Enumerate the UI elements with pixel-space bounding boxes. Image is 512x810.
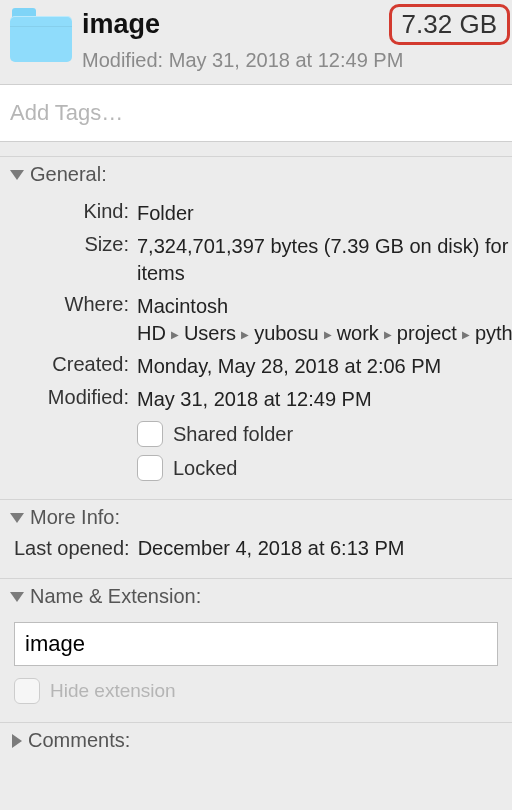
path-separator-icon: ▶ — [319, 329, 337, 340]
modified-value: May 31, 2018 at 12:49 PM — [137, 386, 512, 413]
hide-extension-checkbox — [14, 678, 40, 704]
kind-label: Kind: — [14, 200, 129, 227]
created-label: Created: — [14, 353, 129, 380]
path-separator-icon: ▶ — [166, 329, 184, 340]
tags-input[interactable] — [8, 91, 504, 135]
path-separator-icon: ▶ — [457, 329, 475, 340]
shared-folder-checkbox[interactable] — [137, 421, 163, 447]
item-size: 7.32 GB — [389, 4, 510, 45]
section-general-header[interactable]: General: — [0, 156, 512, 190]
locked-label: Locked — [173, 457, 238, 480]
disclosure-triangle-icon — [10, 592, 24, 602]
folder-icon — [10, 8, 72, 64]
header-modified-line: Modified: May 31, 2018 at 12:49 PM — [82, 49, 506, 72]
kind-value: Folder — [137, 200, 512, 227]
section-general-body: Kind: Folder Size: 7,324,701,397 bytes (… — [0, 190, 512, 499]
header-modified-value: May 31, 2018 at 12:49 PM — [169, 49, 404, 71]
disclosure-triangle-icon — [10, 513, 24, 523]
created-value: Monday, May 28, 2018 at 2:06 PM — [137, 353, 512, 380]
hide-extension-label: Hide extension — [50, 680, 176, 702]
section-moreinfo-label: More Info: — [30, 506, 120, 529]
modified-label: Modified: — [14, 386, 129, 413]
disclosure-triangle-icon — [12, 734, 22, 748]
size-value: 7,324,701,397 bytes (7.39 GB on disk) fo… — [137, 233, 512, 287]
item-title: image — [82, 10, 160, 40]
section-moreinfo-header[interactable]: More Info: — [0, 499, 512, 533]
lastopened-label: Last opened: — [14, 537, 130, 560]
shared-folder-label: Shared folder — [173, 423, 293, 446]
size-label: Size: — [14, 233, 129, 287]
tags-field-container — [0, 84, 512, 142]
section-nameext-body: Hide extension — [0, 612, 512, 722]
locked-checkbox[interactable] — [137, 455, 163, 481]
path-separator-icon: ▶ — [236, 329, 254, 340]
where-label: Where: — [14, 293, 129, 347]
path-separator-icon: ▶ — [379, 329, 397, 340]
section-general-label: General: — [30, 163, 107, 186]
info-header: image 7.32 GB Modified: May 31, 2018 at … — [0, 0, 512, 84]
where-value: Macintosh HD▶Users▶yubosu▶work▶project▶p… — [137, 293, 512, 347]
name-extension-input[interactable] — [14, 622, 498, 666]
section-comments-header[interactable]: Comments: — [0, 722, 512, 756]
section-moreinfo-body: Last opened: December 4, 2018 at 6:13 PM — [0, 533, 512, 578]
lastopened-value: December 4, 2018 at 6:13 PM — [138, 537, 405, 560]
section-nameext-label: Name & Extension: — [30, 585, 201, 608]
section-nameext-header[interactable]: Name & Extension: — [0, 578, 512, 612]
disclosure-triangle-icon — [10, 170, 24, 180]
header-modified-label: Modified: — [82, 49, 163, 71]
section-comments-label: Comments: — [28, 729, 130, 752]
